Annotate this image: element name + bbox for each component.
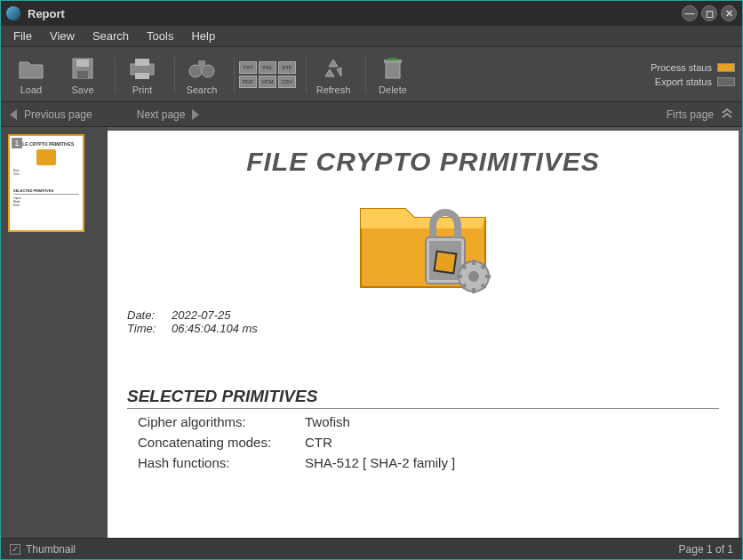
disk-icon xyxy=(68,54,98,83)
toolbar: Load Save Print Search TXT XML xyxy=(1,47,742,102)
close-button[interactable]: ✕ xyxy=(721,5,737,21)
page-viewport[interactable]: FILE CRYPTO PRIMITIVES xyxy=(108,127,742,538)
report-page: FILE CRYPTO PRIMITIVES xyxy=(108,131,739,538)
svg-rect-4 xyxy=(135,59,149,66)
first-page-button[interactable]: Firts page xyxy=(667,107,733,122)
menu-search[interactable]: Search xyxy=(84,27,138,45)
hash-value: SHA-512 [ SHA-2 family ] xyxy=(305,455,455,470)
content-area: 1 FILE CRYPTO PRIMITIVES DateTime SELECT… xyxy=(1,127,742,538)
svg-line-24 xyxy=(482,265,485,268)
minimize-button[interactable]: — xyxy=(682,5,698,21)
titlebar: Report — ◻ ✕ xyxy=(1,1,742,26)
navbar: Previous page Next page Firts page xyxy=(1,102,742,127)
mode-value: CTR xyxy=(305,435,332,450)
svg-point-16 xyxy=(468,271,479,282)
app-window: Report — ◻ ✕ File View Search Tools Help… xyxy=(0,0,743,560)
time-label: Time: xyxy=(127,322,172,335)
printer-icon xyxy=(127,54,157,83)
svg-rect-5 xyxy=(135,73,149,79)
window-title: Report xyxy=(28,7,65,20)
menu-tools[interactable]: Tools xyxy=(138,27,182,45)
svg-rect-2 xyxy=(77,71,88,78)
statusbar: ✓ Thumbnail Page 1 of 1 xyxy=(1,538,742,559)
menubar: File View Search Tools Help xyxy=(1,26,742,47)
page-thumbnail[interactable]: 1 FILE CRYPTO PRIMITIVES DateTime SELECT… xyxy=(8,134,84,232)
section-heading: SELECTED PRIMITIVES xyxy=(127,387,719,409)
report-title: FILE CRYPTO PRIMITIVES xyxy=(127,147,719,177)
svg-line-21 xyxy=(462,265,466,268)
menu-file[interactable]: File xyxy=(4,27,41,45)
maximize-button[interactable]: ◻ xyxy=(701,5,717,21)
thumbnail-page-number: 1 xyxy=(12,138,22,148)
chevron-right-icon xyxy=(192,109,199,120)
export-status-indicator xyxy=(717,77,735,86)
svg-line-23 xyxy=(462,284,466,288)
process-status-label: Process staus xyxy=(651,62,712,73)
filetypes-icons: TXT XML RTF PDF HTM CSV xyxy=(239,61,296,88)
chevron-double-up-icon xyxy=(721,107,733,122)
cipher-value: Twofish xyxy=(305,414,350,429)
recycle-icon xyxy=(318,54,348,83)
refresh-button[interactable]: Refresh xyxy=(310,51,356,99)
page-info: Page 1 of 1 xyxy=(679,543,733,556)
svg-rect-8 xyxy=(198,60,205,68)
filetypes-panel[interactable]: TXT XML RTF PDF HTM CSV xyxy=(238,51,297,99)
hash-label: Hash functions: xyxy=(138,455,305,470)
load-button[interactable]: Load xyxy=(8,51,54,99)
thumbnail-panel: 1 FILE CRYPTO PRIMITIVES DateTime SELECT… xyxy=(1,127,108,538)
svg-rect-1 xyxy=(76,60,89,67)
report-hero-image xyxy=(127,182,719,298)
cipher-label: Cipher algorithms: xyxy=(138,414,305,429)
process-status-indicator xyxy=(717,63,735,72)
folder-lock-icon xyxy=(348,182,499,298)
next-page-button[interactable]: Next page xyxy=(137,108,200,121)
folder-icon xyxy=(16,54,46,83)
date-value: 2022-07-25 xyxy=(172,308,231,322)
svg-rect-14 xyxy=(435,252,456,273)
mode-label: Concatenating modes: xyxy=(138,435,305,450)
thumbnail-checkbox[interactable]: ✓ xyxy=(10,544,20,555)
search-button[interactable]: Search xyxy=(179,51,225,99)
trash-icon xyxy=(378,54,408,83)
thumbnail-label: Thumbnail xyxy=(26,543,76,556)
time-value: 06:45:04.104 ms xyxy=(172,322,258,335)
svg-line-22 xyxy=(482,284,485,288)
export-status-label: Export status xyxy=(655,76,712,87)
date-label: Date: xyxy=(127,308,172,322)
save-button[interactable]: Save xyxy=(60,51,106,99)
prev-page-button[interactable]: Previous page xyxy=(10,108,92,121)
status-panel: Process staus Export status xyxy=(651,60,735,89)
chevron-left-icon xyxy=(10,109,17,120)
menu-help[interactable]: Help xyxy=(182,27,224,45)
svg-rect-9 xyxy=(386,62,400,78)
print-button[interactable]: Print xyxy=(119,51,165,99)
app-icon xyxy=(6,6,20,20)
menu-view[interactable]: View xyxy=(41,27,84,45)
delete-button[interactable]: Delete xyxy=(370,51,416,99)
binoculars-icon xyxy=(187,54,217,83)
